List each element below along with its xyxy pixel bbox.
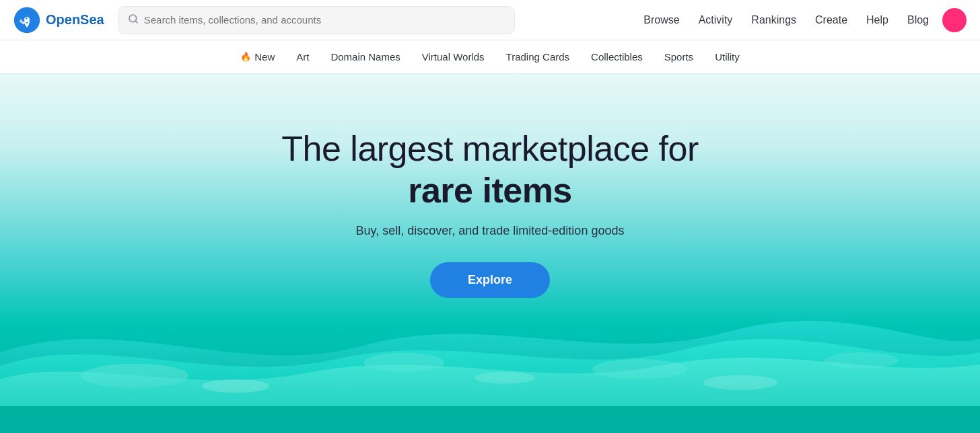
fire-icon: 🔥 (240, 52, 251, 62)
nav-activity[interactable]: Activity (699, 14, 733, 26)
navbar: OpenSea Browse Activity Rankings Create … (0, 0, 980, 40)
search-icon (128, 13, 139, 27)
opensea-logo-icon (13, 7, 40, 34)
svg-point-4 (81, 364, 188, 388)
svg-rect-11 (0, 406, 980, 433)
nav-help[interactable]: Help (866, 14, 888, 26)
svg-point-6 (592, 359, 687, 379)
nav-blog[interactable]: Blog (907, 14, 929, 26)
svg-point-1 (24, 17, 30, 22)
nav-browse[interactable]: Browse (643, 14, 679, 26)
nav-rankings[interactable]: Rankings (751, 14, 796, 26)
svg-point-5 (363, 353, 444, 372)
category-art[interactable]: Art (296, 51, 309, 63)
search-input[interactable] (144, 14, 505, 26)
hero-subtitle: Buy, sell, discover, and trade limited-e… (356, 224, 625, 238)
category-sports[interactable]: Sports (664, 51, 693, 63)
category-trading-cards[interactable]: Trading Cards (506, 51, 569, 63)
nav-links: Browse Activity Rankings Create Help Blo… (643, 14, 929, 26)
svg-point-9 (475, 372, 535, 384)
category-utility[interactable]: Utility (715, 51, 740, 63)
category-collectibles[interactable]: Collectibles (591, 51, 643, 63)
svg-point-8 (202, 379, 269, 393)
search-bar (118, 6, 515, 34)
avatar[interactable] (942, 8, 967, 32)
hero-title: The largest marketplace for rare items (281, 128, 698, 212)
category-new[interactable]: 🔥 New (240, 51, 275, 63)
logo-text: OpenSea (46, 12, 104, 28)
explore-button[interactable]: Explore (430, 262, 550, 298)
category-virtual-worlds[interactable]: Virtual Worlds (422, 51, 485, 63)
category-domain-names[interactable]: Domain Names (330, 51, 400, 63)
hero-title-strong: rare items (408, 171, 572, 210)
nav-create[interactable]: Create (815, 14, 847, 26)
svg-point-7 (825, 352, 899, 368)
svg-point-10 (703, 375, 777, 390)
category-bar: 🔥 New Art Domain Names Virtual Worlds Tr… (0, 40, 980, 74)
svg-line-3 (135, 21, 137, 23)
hero-section: The largest marketplace for rare items B… (0, 74, 980, 433)
logo-link[interactable]: OpenSea (13, 7, 104, 34)
